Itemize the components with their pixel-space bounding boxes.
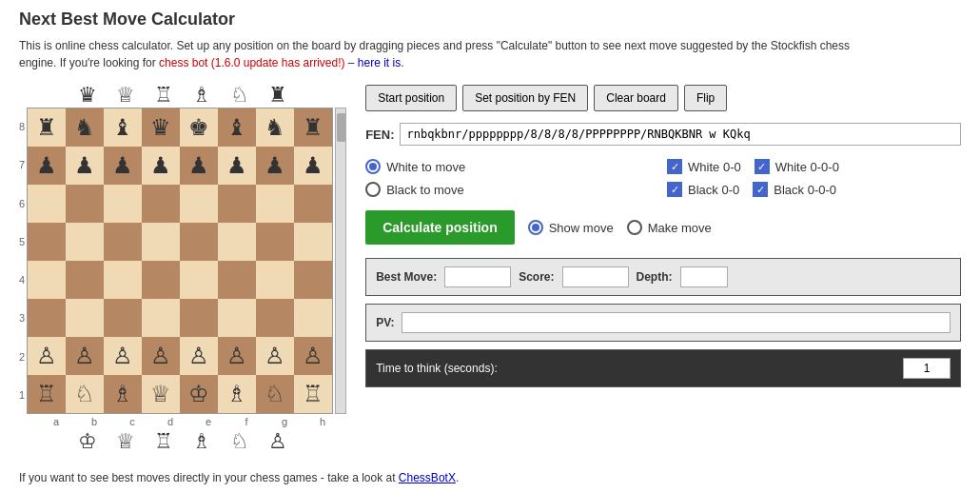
score-input[interactable] — [562, 266, 629, 287]
white-oo-option[interactable]: ✓ White 0-0 — [667, 159, 741, 174]
board-cell[interactable]: ♙ — [104, 337, 142, 375]
make-move-radio[interactable] — [627, 220, 642, 235]
white-to-move-radio[interactable] — [365, 159, 381, 174]
board-cell[interactable] — [66, 185, 104, 223]
board-cell[interactable]: ♞ — [66, 108, 104, 147]
board-cell[interactable]: ♝ — [104, 108, 142, 147]
fen-input[interactable] — [400, 123, 961, 146]
black-to-move-option[interactable]: Black to move — [365, 182, 659, 197]
board-cell[interactable]: ♔ — [180, 375, 218, 413]
time-input[interactable] — [903, 358, 951, 379]
board-cell[interactable] — [28, 185, 66, 223]
clear-board-button[interactable]: Clear board — [594, 85, 678, 111]
board-cell[interactable] — [66, 223, 104, 261]
board-cell[interactable] — [180, 185, 218, 223]
board-cell[interactable]: ♛ — [142, 108, 180, 147]
board-cell[interactable]: ♜ — [294, 108, 332, 147]
board-cell[interactable]: ♝ — [218, 108, 256, 147]
board-cell[interactable] — [142, 299, 180, 337]
board-cell[interactable]: ♚ — [180, 108, 218, 147]
board-cell[interactable] — [294, 185, 332, 223]
show-move-label: Show move — [549, 221, 614, 235]
board-cell[interactable]: ♜ — [28, 108, 66, 147]
board-cell[interactable]: ♙ — [218, 337, 256, 375]
board-cell[interactable] — [256, 261, 294, 299]
calculate-button[interactable]: Calculate position — [365, 210, 515, 245]
board-cell[interactable] — [142, 185, 180, 223]
chessbotx-link[interactable]: ChessBotX — [399, 471, 456, 484]
board-cell[interactable]: ♘ — [256, 375, 294, 413]
board-cell[interactable]: ♙ — [180, 337, 218, 375]
board-cell[interactable] — [294, 261, 332, 299]
board-cell[interactable] — [142, 223, 180, 261]
board-cell[interactable] — [104, 261, 142, 299]
black-to-move-radio[interactable] — [365, 182, 381, 197]
chess-board[interactable]: ♜♞♝♛♚♝♞♜♟♟♟♟♟♟♟♟♙♙♙♙♙♙♙♙♖♘♗♕♔♗♘♖ — [27, 108, 333, 414]
board-cell[interactable]: ♕ — [142, 375, 180, 413]
black-ooo-checkbox[interactable]: ✓ — [753, 182, 768, 197]
black-oo-option[interactable]: ✓ Black 0-0 — [667, 182, 739, 197]
board-cell[interactable] — [104, 185, 142, 223]
depth-input[interactable] — [680, 266, 728, 287]
board-cell[interactable]: ♟ — [66, 147, 104, 185]
start-position-button[interactable]: Start position — [365, 85, 457, 111]
board-cell[interactable]: ♟ — [142, 147, 180, 185]
black-oo-label: Black 0-0 — [688, 183, 739, 197]
board-cell[interactable] — [28, 223, 66, 261]
board-cell[interactable]: ♞ — [256, 108, 294, 147]
board-cell[interactable]: ♙ — [66, 337, 104, 375]
board-cell[interactable]: ♙ — [142, 337, 180, 375]
black-oo-checkbox[interactable]: ✓ — [667, 182, 682, 197]
flip-button[interactable]: Flip — [684, 85, 727, 111]
board-cell[interactable] — [104, 223, 142, 261]
board-cell[interactable] — [256, 185, 294, 223]
here-it-is-link[interactable]: here it is — [358, 56, 401, 69]
board-cell[interactable]: ♗ — [104, 375, 142, 413]
show-move-radio[interactable] — [528, 220, 543, 235]
board-cell[interactable]: ♟ — [294, 147, 332, 185]
pv-input[interactable] — [402, 312, 951, 333]
board-cell[interactable]: ♟ — [218, 147, 256, 185]
board-cell[interactable] — [28, 299, 66, 337]
white-to-move-option[interactable]: White to move — [365, 159, 659, 174]
board-cell[interactable] — [256, 223, 294, 261]
board-cell[interactable] — [294, 223, 332, 261]
board-cell[interactable]: ♘ — [66, 375, 104, 413]
board-cell[interactable]: ♖ — [294, 375, 332, 413]
set-fen-button[interactable]: Set position by FEN — [462, 85, 588, 111]
board-cell[interactable] — [28, 261, 66, 299]
board-cell[interactable] — [180, 299, 218, 337]
show-move-option[interactable]: Show move — [528, 220, 614, 235]
board-cell[interactable] — [142, 261, 180, 299]
board-cell[interactable]: ♙ — [294, 337, 332, 375]
white-oo-checkbox[interactable]: ✓ — [667, 159, 682, 174]
make-move-option[interactable]: Make move — [627, 220, 712, 235]
board-cell[interactable] — [104, 299, 142, 337]
board-cell[interactable]: ♟ — [180, 147, 218, 185]
board-cell[interactable]: ♟ — [256, 147, 294, 185]
fen-row: FEN: — [365, 123, 961, 146]
board-cell[interactable]: ♙ — [256, 337, 294, 375]
best-move-input[interactable] — [444, 266, 511, 287]
black-ooo-option[interactable]: ✓ Black 0-0-0 — [753, 182, 836, 197]
board-cell[interactable]: ♟ — [104, 147, 142, 185]
board-cell[interactable] — [180, 261, 218, 299]
white-ooo-checkbox[interactable]: ✓ — [755, 159, 770, 174]
board-cell[interactable] — [218, 223, 256, 261]
chess-bot-link[interactable]: chess bot (1.6.0 update has arrived!) — [159, 56, 344, 69]
board-cell[interactable] — [218, 299, 256, 337]
board-cell[interactable] — [294, 299, 332, 337]
board-cell[interactable]: ♖ — [28, 375, 66, 413]
board-cell[interactable] — [180, 223, 218, 261]
scrollbar[interactable] — [335, 108, 346, 414]
board-cell[interactable] — [66, 261, 104, 299]
board-cell[interactable]: ♟ — [28, 147, 66, 185]
result-row: Best Move: Score: Depth: — [365, 258, 961, 296]
board-cell[interactable]: ♗ — [218, 375, 256, 413]
board-cell[interactable]: ♙ — [28, 337, 66, 375]
board-cell[interactable] — [218, 185, 256, 223]
board-cell[interactable] — [256, 299, 294, 337]
white-ooo-option[interactable]: ✓ White 0-0-0 — [755, 159, 839, 174]
board-cell[interactable] — [66, 299, 104, 337]
board-cell[interactable] — [218, 261, 256, 299]
